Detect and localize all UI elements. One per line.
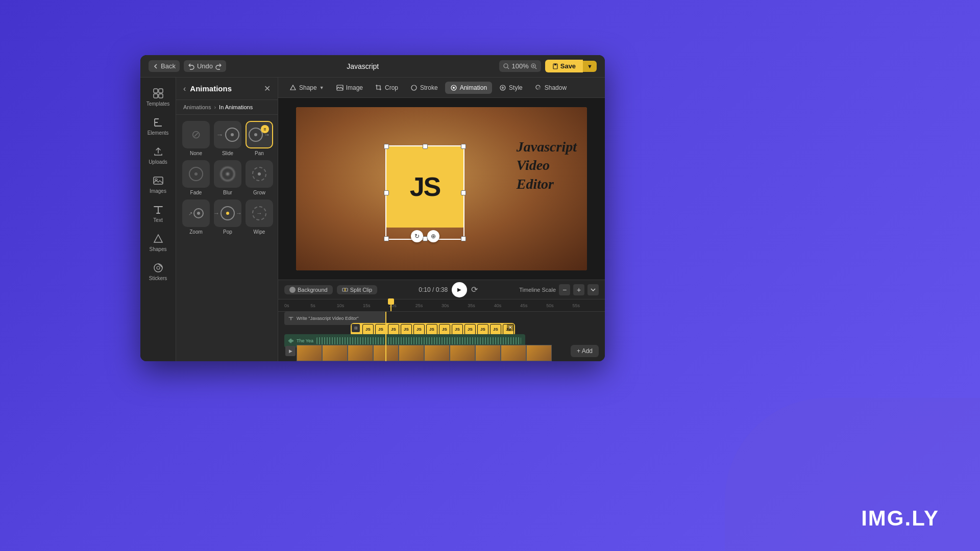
animation-wipe[interactable]: → Wipe	[246, 199, 273, 235]
js-track-row: ▤ JS JS JS JS JS JS JS JS JS	[284, 325, 599, 334]
toolbar-crop-button[interactable]: Crop	[370, 82, 403, 94]
save-dropdown-button[interactable]: ▼	[583, 61, 597, 72]
svg-rect-7	[554, 64, 556, 65]
back-button[interactable]: Back	[149, 60, 180, 72]
animation-grow-thumb	[246, 160, 273, 188]
app-window: Back Undo Javascript	[140, 55, 605, 361]
handle-middle-left[interactable]	[384, 190, 389, 195]
pan-indicator: ‼	[261, 125, 269, 133]
main-content: Shape ▼ Image Crop	[278, 78, 605, 361]
shape-toolbar-icon	[289, 84, 297, 91]
add-control-button[interactable]: ⊕	[427, 230, 439, 242]
animation-pop[interactable]: → → Pop	[214, 199, 241, 235]
breadcrumb-current: In Animations	[219, 104, 253, 110]
toolbar-image-button[interactable]: Image	[331, 82, 368, 94]
timeline-scale: Timeline Scale − +	[519, 284, 599, 295]
save-button[interactable]: Save	[545, 60, 583, 72]
handle-top-left[interactable]	[384, 144, 389, 149]
svg-point-26	[537, 87, 541, 90]
svg-rect-8	[154, 89, 158, 93]
animation-slide[interactable]: → Slide	[214, 121, 241, 156]
handle-middle-right[interactable]	[461, 190, 466, 195]
play-button[interactable]: ▶	[452, 282, 467, 297]
sidebar-item-templates[interactable]: Templates	[144, 84, 173, 111]
panel-header: ‹ Animations ✕	[176, 78, 278, 100]
toolbar-stroke-button[interactable]: Stroke	[405, 82, 443, 94]
svg-point-18	[154, 264, 162, 272]
toolbar-style-button[interactable]: Style	[494, 82, 528, 94]
video-strip-track[interactable]: ▶	[284, 345, 576, 361]
handle-bottom-left[interactable]	[384, 236, 389, 241]
sidebar-item-images[interactable]: Images	[144, 171, 173, 198]
breadcrumb-separator: ›	[214, 104, 216, 110]
save-label: Save	[560, 62, 576, 70]
timeline-scale-label: Timeline Scale	[519, 287, 556, 293]
animation-pop-label: Pop	[223, 229, 232, 235]
handle-top-middle[interactable]	[423, 144, 428, 149]
selection-box	[385, 145, 464, 240]
animation-fade-thumb	[182, 160, 210, 188]
js-track-close[interactable]: ✕	[507, 324, 514, 331]
sidebar-item-elements[interactable]: Elements	[144, 113, 173, 140]
breadcrumb: Animations › In Animations	[176, 100, 278, 115]
ruler-mark: 25s	[415, 303, 442, 308]
timeline-toolbar: Background Split Clip 0:10 / 0:38 ▶ ⟳	[278, 280, 605, 299]
zoom-control[interactable]: 100%	[499, 60, 541, 72]
animation-pan[interactable]: → ‼ Pan	[246, 121, 273, 156]
back-icon	[153, 63, 159, 69]
svg-point-0	[504, 64, 508, 68]
animation-grow[interactable]: Grow	[246, 160, 273, 195]
shadow-toolbar-icon	[535, 84, 542, 91]
animation-toolbar-icon	[450, 84, 457, 91]
handle-bottom-right[interactable]	[461, 236, 466, 241]
ruler-mark: 0s	[284, 303, 310, 308]
breadcrumb-root[interactable]: Animations	[183, 104, 211, 110]
stroke-toolbar-icon	[410, 84, 418, 91]
toolbar-animation-button[interactable]: Animation	[445, 82, 492, 94]
rotate-button[interactable]: ↻	[411, 230, 423, 242]
video-frames	[284, 345, 552, 361]
js-logo-container[interactable]: JS ↻	[385, 145, 464, 240]
toolbar-shape-button[interactable]: Shape ▼	[284, 82, 329, 94]
scale-expand-button[interactable]	[587, 284, 599, 295]
animation-slide-label: Slide	[222, 151, 233, 156]
toolbar-shadow-button[interactable]: Shadow	[530, 82, 572, 94]
add-button[interactable]: + Add	[571, 345, 599, 357]
ruler-mark: 45s	[520, 303, 546, 308]
animation-zoom[interactable]: ↗ Zoom	[182, 199, 210, 235]
zoom-in-icon	[531, 63, 537, 69]
video-frame	[424, 345, 450, 361]
svg-rect-10	[154, 94, 158, 98]
split-clip-label: Split Clip	[350, 287, 372, 293]
background-button[interactable]: Background	[284, 285, 333, 294]
animation-fade[interactable]: Fade	[182, 160, 210, 195]
sidebar-item-shapes[interactable]: Shapes	[144, 229, 173, 256]
ruler-mark: 15s	[363, 303, 389, 308]
split-clip-button[interactable]: Split Clip	[337, 285, 377, 294]
audio-track-label: The Yea	[297, 338, 313, 343]
scale-increase-button[interactable]: +	[573, 284, 584, 295]
images-label: Images	[150, 188, 166, 194]
animation-grow-label: Grow	[253, 190, 265, 195]
undo-button[interactable]: Undo	[184, 60, 226, 72]
panel-back-button[interactable]: ‹	[183, 84, 186, 93]
animation-fade-label: Fade	[190, 190, 202, 195]
animation-none[interactable]: ⊘ None	[182, 121, 210, 156]
time-display: 0:10 / 0:38	[419, 286, 448, 293]
animation-blur-thumb	[214, 160, 241, 188]
js-track-item: JS	[490, 324, 501, 335]
scale-decrease-button[interactable]: −	[559, 284, 570, 295]
sidebar-item-stickers[interactable]: Stickers	[144, 258, 173, 285]
loop-button[interactable]: ⟳	[471, 285, 478, 294]
video-frame	[475, 345, 501, 361]
sidebar-item-uploads[interactable]: Uploads	[144, 142, 173, 169]
playhead[interactable]	[390, 299, 391, 311]
svg-point-23	[453, 87, 455, 89]
sidebar-item-text[interactable]: Text	[144, 200, 173, 227]
shapes-icon	[153, 233, 164, 244]
panel-close-button[interactable]: ✕	[264, 84, 271, 93]
js-track-item: JS	[362, 324, 374, 335]
shapes-label: Shapes	[150, 246, 167, 252]
animation-blur[interactable]: Blur	[214, 160, 241, 195]
handle-top-right[interactable]	[461, 144, 466, 149]
